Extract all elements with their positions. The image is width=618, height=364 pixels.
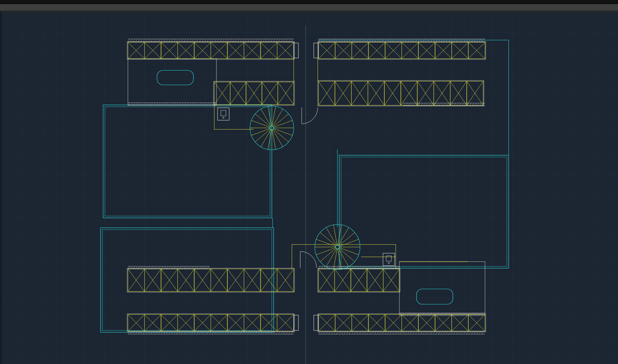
toilet-fixture[interactable] (218, 108, 229, 120)
toolbar-strip[interactable] (0, 4, 618, 11)
toilet-fixture[interactable] (383, 253, 395, 266)
room-outline[interactable] (339, 155, 509, 268)
window-titlebar (0, 0, 618, 4)
partition-outline[interactable] (399, 262, 485, 314)
insulation-hatch[interactable] (318, 331, 485, 334)
spiral-stair[interactable] (315, 224, 360, 270)
toolbar-lower-edge (0, 11, 618, 12)
partition-outline[interactable] (128, 59, 216, 105)
x-braced-strip[interactable] (318, 314, 486, 332)
x-braced-strip[interactable] (318, 81, 484, 106)
door-swing[interactable] (302, 107, 318, 124)
x-braced-strip[interactable] (318, 268, 400, 292)
cad-viewport[interactable] (0, 12, 618, 364)
x-braced-strip[interactable] (318, 42, 486, 59)
room-outline[interactable] (103, 105, 272, 218)
room-outline[interactable] (101, 228, 274, 332)
insulation-hatch[interactable] (128, 331, 294, 334)
x-braced-strip[interactable] (214, 81, 294, 105)
x-braced-strip[interactable] (127, 42, 294, 59)
door-swing[interactable] (300, 251, 317, 268)
x-braced-strip[interactable] (127, 314, 294, 332)
drawing-layer[interactable] (2, 12, 618, 364)
x-braced-strip[interactable] (127, 268, 294, 292)
insulation-hatch[interactable] (128, 266, 210, 269)
bathtub[interactable] (416, 289, 453, 304)
bathtub[interactable] (157, 70, 193, 85)
